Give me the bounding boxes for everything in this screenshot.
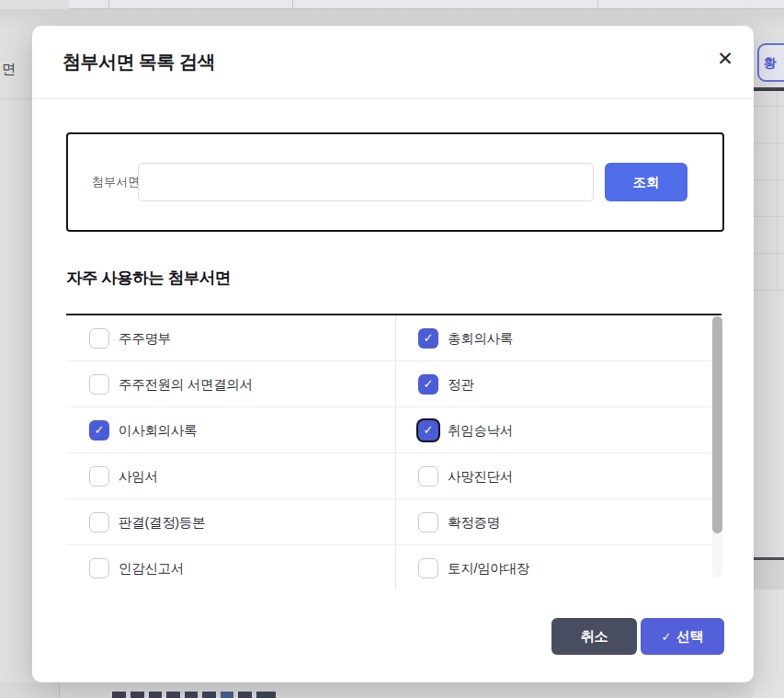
checkbox[interactable]	[89, 512, 109, 532]
list-row: 인감신고서 토지/임야대장	[66, 545, 722, 591]
checkbox-label: 취임승낙서	[448, 407, 513, 453]
checkbox-label: 정관	[448, 361, 473, 407]
checkbox-label: 확정증명	[448, 499, 500, 545]
list-scrollbar-thumb[interactable]	[712, 316, 722, 533]
document-checkbox-item[interactable]: 주주명부	[66, 315, 395, 361]
check-icon: ✓	[662, 630, 672, 644]
document-checkbox-item[interactable]: ✓ 총회의사록	[395, 315, 724, 361]
checkbox-label: 사임서	[119, 453, 158, 499]
list-rows: 주주명부 ✓ 총회의사록 주주전원의 서면결의서 ✓ 정관 ✓ 이사회의사록 ✓…	[66, 315, 722, 591]
search-input[interactable]	[138, 163, 594, 201]
list-row: 주주전원의 서면결의서 ✓ 정관	[66, 361, 722, 407]
checkbox[interactable]: ✓	[89, 420, 109, 441]
checkbox[interactable]: ✓	[418, 374, 438, 395]
document-checkbox-item[interactable]: 사임서	[66, 453, 395, 499]
document-checkbox-item[interactable]: 토지/임야대장	[395, 545, 724, 591]
list-row: 판결(결정)등본 확정증명	[66, 499, 722, 545]
document-checkbox-item[interactable]: ✓ 이사회의사록	[66, 407, 395, 453]
section-title: 자주 사용하는 첨부서면	[66, 267, 231, 289]
checkbox-label: 총회의사록	[448, 315, 513, 361]
cancel-button[interactable]: 취소	[551, 618, 637, 655]
list-row: 주주명부 ✓ 총회의사록	[66, 315, 722, 361]
document-checkbox-item[interactable]: 주주전원의 서면결의서	[66, 361, 395, 407]
checkbox-label: 토지/임야대장	[448, 545, 529, 591]
checkbox[interactable]	[89, 374, 109, 395]
list-row: 사임서 사망진단서	[66, 453, 722, 499]
checkbox-label: 사망진단서	[448, 453, 513, 499]
search-fieldset: 첨부서면 조회	[66, 132, 724, 232]
checkbox-label: 이사회의사록	[119, 407, 197, 453]
select-button[interactable]: ✓선택	[641, 618, 724, 655]
select-button-label: 선택	[676, 628, 703, 644]
close-icon[interactable]: ✕	[709, 42, 742, 75]
search-field-label: 첨부서면	[92, 134, 140, 230]
checkbox[interactable]: ✓	[418, 328, 438, 349]
page: 면 황 첨부서면 목록 검색 ✕ 첨부서면 조회 자주 사	[0, 0, 784, 698]
checkbox-label: 인감신고서	[119, 545, 184, 591]
list-row: ✓ 이사회의사록 ✓ 취임승낙서	[66, 407, 722, 453]
checkbox[interactable]	[418, 466, 438, 486]
document-checkbox-item[interactable]: 인감신고서	[66, 545, 395, 591]
modal-title: 첨부서면 목록 검색	[62, 50, 215, 74]
checkbox-label: 주주명부	[119, 315, 171, 361]
list-column-divider	[395, 315, 396, 589]
checkbox[interactable]: ✓	[418, 420, 438, 441]
checkbox[interactable]	[418, 558, 438, 578]
document-checkbox-item[interactable]: 사망진단서	[395, 453, 724, 499]
attachment-search-modal: 첨부서면 목록 검색 ✕ 첨부서면 조회 자주 사용하는 첨부서면 주주명부 ✓…	[32, 26, 754, 682]
checkbox[interactable]	[89, 466, 109, 486]
document-checkbox-item[interactable]: 판결(결정)등본	[66, 499, 395, 545]
checkbox-label: 주주전원의 서면결의서	[119, 361, 253, 407]
document-checkbox-item[interactable]: ✓ 정관	[395, 361, 724, 407]
document-checkbox-item[interactable]: 확정증명	[395, 499, 724, 545]
checkbox-label: 판결(결정)등본	[119, 499, 205, 545]
search-button[interactable]: 조회	[605, 163, 687, 201]
checkbox[interactable]	[418, 512, 438, 532]
document-checkbox-item[interactable]: ✓ 취임승낙서	[395, 407, 724, 453]
header-divider	[32, 98, 754, 99]
checkbox[interactable]	[89, 328, 109, 349]
checkbox[interactable]	[89, 558, 109, 578]
